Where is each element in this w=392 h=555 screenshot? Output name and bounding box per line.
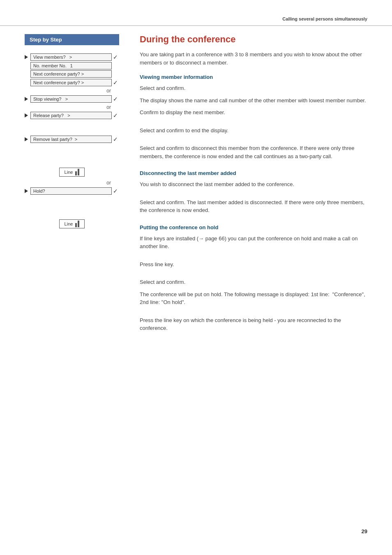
- step-row-stop-viewing: Stop viewing? > ✓: [25, 95, 119, 103]
- step-or-1: or: [25, 88, 119, 94]
- step-check-view-members: ✓: [112, 54, 119, 60]
- remove-last-section: Remove last party? > ✓: [25, 136, 119, 143]
- release-party-section: Release party? > ✓: [25, 112, 119, 119]
- instr-hold-confirm: Select and confirm.: [140, 278, 367, 286]
- subsection-disconnecting: Disconnecting the last member added: [140, 170, 367, 176]
- header-title: Calling several persons simultaneously: [282, 16, 367, 21]
- instr-hold-press: Press line key.: [140, 260, 367, 269]
- instr-view-confirm: Select and confirm.: [140, 84, 367, 92]
- right-panel: During the conference You are taking par…: [127, 34, 392, 478]
- subsection-hold: Putting the conference on hold: [140, 224, 367, 230]
- step-box-hold[interactable]: Hold?: [30, 187, 112, 195]
- step-box-view-members[interactable]: View members? >: [30, 53, 112, 61]
- instr-view-release: Select and confirm to disconnect this me…: [140, 144, 367, 160]
- step-arrow-icon-5: [25, 188, 30, 194]
- subsection-viewing: Viewing member information: [140, 74, 367, 80]
- line-bar-1a: [75, 171, 77, 175]
- left-panel: Step by Step View members? > ✓ No. membe…: [0, 34, 127, 478]
- step-check-release-party: ✓: [112, 112, 119, 119]
- main-section-title: During the conference: [140, 34, 367, 45]
- step-row-member-no: No. member No. 1 Next conference party? …: [30, 62, 119, 78]
- line-bar-2a: [75, 223, 77, 227]
- instr-disc-confirm: Select and confirm. The last member adde…: [140, 198, 367, 214]
- line-key-label-1: Line: [65, 170, 73, 175]
- instr-hold-reconnect: Press the line key on which the conferen…: [140, 316, 367, 332]
- stop-viewing-section: Stop viewing? > ✓ or: [25, 95, 119, 110]
- line-bars-2: [75, 221, 79, 227]
- step-box-next-conf-1: Next conference party? >: [30, 70, 112, 78]
- step-row-view-members: View members? > ✓: [25, 53, 119, 61]
- hold-section-steps: Hold? ✓: [25, 187, 119, 195]
- instr-disc-intro: You wish to disconnect the last member a…: [140, 180, 367, 189]
- line-key-label-2: Line: [65, 221, 73, 226]
- step-check-next-conf: ✓: [112, 79, 119, 86]
- step-by-step-header: Step by Step: [25, 34, 119, 45]
- step-box-stop-viewing[interactable]: Stop viewing? >: [30, 95, 112, 103]
- step-row-hold: Hold? ✓: [25, 187, 119, 195]
- step-check-stop-viewing: ✓: [112, 96, 119, 102]
- step-or-2: or: [25, 104, 119, 110]
- step-check-hold: ✓: [112, 188, 119, 194]
- view-members-section: View members? > ✓ No. member No. 1 Next …: [25, 53, 119, 94]
- instr-view-stop: Select and confirm to end the display.: [140, 127, 367, 135]
- step-row-release-party: Release party? > ✓: [25, 112, 119, 119]
- instr-hold-intro: If line keys are installed (→ page 66) y…: [140, 235, 367, 251]
- intro-paragraph: You are taking part in a conference with…: [140, 51, 367, 67]
- instr-hold-msg: The conference will be put on hold. The …: [140, 290, 367, 306]
- line-bar-2b: [78, 221, 79, 227]
- line-key-box-1: Line: [25, 168, 119, 177]
- step-row-next-conf: Next conference party? > ✓: [30, 79, 119, 86]
- line-key-box-2: Line: [25, 219, 119, 228]
- line-key-inner-1[interactable]: Line: [59, 168, 85, 177]
- step-row-remove-last: Remove last party? > ✓: [25, 136, 119, 143]
- step-or-3: or: [25, 180, 119, 186]
- page-header: Calling several persons simultaneously: [0, 0, 392, 26]
- step-arrow-icon-4: [25, 136, 30, 143]
- step-check-remove-last: ✓: [112, 136, 119, 143]
- line-bar-1b: [78, 169, 79, 175]
- step-box-release-party[interactable]: Release party? >: [30, 112, 112, 119]
- instr-view-next: Confirm to display the next member.: [140, 108, 367, 117]
- step-arrow-icon-2: [25, 96, 30, 102]
- step-box-remove-last[interactable]: Remove last party? >: [30, 136, 112, 143]
- line-bars-1: [75, 169, 79, 175]
- step-arrow-icon: [25, 54, 30, 60]
- instr-view-display: The display shows the name and call numb…: [140, 97, 367, 105]
- main-content: Step by Step View members? > ✓ No. membe…: [0, 26, 392, 478]
- step-box-member-no: No. member No. 1: [30, 62, 112, 69]
- page-number: 29: [362, 528, 367, 534]
- step-box-next-conf-2[interactable]: Next conference party? >: [30, 79, 112, 86]
- step-arrow-icon-3: [25, 113, 30, 119]
- line-key-inner-2[interactable]: Line: [59, 219, 85, 228]
